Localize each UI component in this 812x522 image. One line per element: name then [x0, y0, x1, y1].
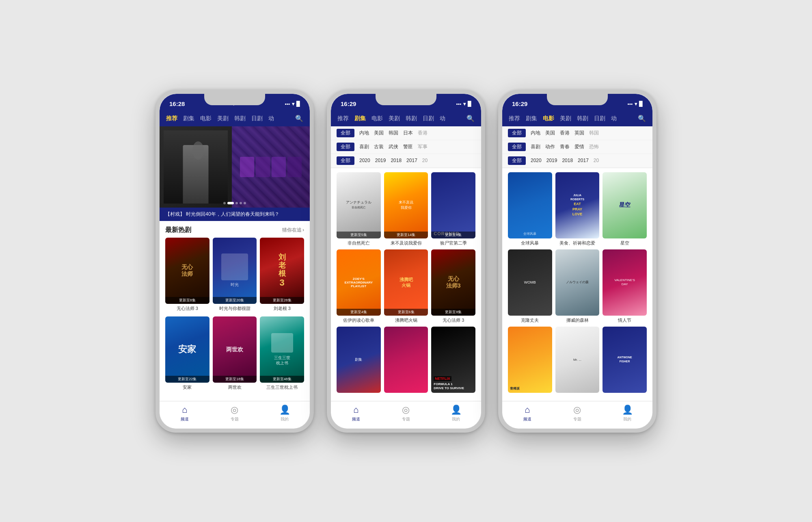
- card-zuoyi[interactable]: ZOEY'SEXTRAORDINARYPLAYLIST 更新至4集 佐伊的读心歌…: [337, 249, 381, 323]
- tab-我的-1[interactable]: 👤 我的: [260, 405, 310, 422]
- tab-专题-1[interactable]: ◎ 专题: [209, 405, 259, 422]
- tab-专题-3[interactable]: ◎ 专题: [552, 405, 602, 422]
- filter3-香港[interactable]: 香港: [560, 130, 570, 136]
- filter-more-year[interactable]: 20: [422, 158, 428, 163]
- nav-动-1[interactable]: 动: [268, 114, 274, 123]
- filter-警匪[interactable]: 警匪: [403, 143, 413, 150]
- nav-bar-2[interactable]: 推荐 剧集 电影 美剧 韩剧 日剧 动 🔍: [331, 112, 481, 126]
- card-quanqiu[interactable]: 全球风暴 全球风暴: [508, 172, 552, 246]
- search-icon-3[interactable]: 🔍: [638, 115, 646, 122]
- filter-美国[interactable]: 美国: [374, 130, 384, 136]
- nav-推荐-3[interactable]: 推荐: [509, 114, 520, 123]
- filter3-韩国[interactable]: 韩国: [589, 130, 599, 136]
- filter-tag-3-3[interactable]: 全部: [508, 156, 526, 165]
- card-wuxin[interactable]: 无心法师 更新至8集 无心法师 3: [165, 238, 209, 312]
- nav-剧集-2[interactable]: 剧集: [354, 114, 366, 123]
- nav-电影-1[interactable]: 电影: [200, 114, 212, 123]
- tab-我的-3[interactable]: 👤 我的: [603, 405, 652, 422]
- card-sansheng[interactable]: 三生三世枕上书 更新至48集 三生三世枕上书: [260, 316, 304, 390]
- nav-美剧-2[interactable]: 美剧: [389, 114, 400, 123]
- tab-频道-3[interactable]: ⌂ 频道: [502, 405, 552, 422]
- filter-tag-3-2[interactable]: 全部: [508, 143, 526, 151]
- filter3-喜剧[interactable]: 喜剧: [531, 143, 540, 150]
- card-liulaogen[interactable]: 刘老根3 更新至28集 刘老根 3: [260, 238, 304, 312]
- filter-香港[interactable]: 香港: [418, 130, 428, 136]
- nav-动-2[interactable]: 动: [440, 114, 445, 123]
- filter-武侠[interactable]: 武侠: [389, 143, 398, 150]
- filter3-恐怖[interactable]: 恐怖: [589, 143, 599, 150]
- nav-剧集-1[interactable]: 剧集: [183, 114, 194, 123]
- card-feiziransi[interactable]: アンナチュラル非自然死亡 更新至5集 非自然死亡: [337, 172, 381, 246]
- filter3-内地[interactable]: 内地: [531, 130, 540, 136]
- filter-tag-2-2[interactable]: 全部: [337, 143, 354, 151]
- card-anjia[interactable]: 安家 更新至22集 安家: [165, 316, 209, 390]
- card-r3[interactable]: NETFLIX FORMULA 1DRIVE TO SURVIVE: [431, 327, 475, 394]
- nav-日剧-2[interactable]: 日剧: [423, 114, 434, 123]
- nav-bar-3[interactable]: 推荐 剧集 电影 美剧 韩剧 日剧 动 🔍: [502, 112, 652, 126]
- tab-频道-1[interactable]: ⌂ 频道: [160, 405, 209, 422]
- card-liangshihuan[interactable]: 两世欢 更新至18集 两世欢: [213, 316, 257, 390]
- filter-日本[interactable]: 日本: [403, 130, 413, 136]
- card-meishi[interactable]: JULIAROBERTSEATPRAYLOVE 美食、祈祷和恋爱: [555, 172, 600, 246]
- filter-tag-2-1[interactable]: 全部: [337, 129, 354, 137]
- filter-tag-2-3[interactable]: 全部: [337, 156, 354, 165]
- filter3-2019[interactable]: 2019: [546, 158, 557, 163]
- filter3-青春[interactable]: 青春: [560, 143, 570, 150]
- filter-喜剧[interactable]: 喜剧: [359, 143, 369, 150]
- tab-label-频道-1: 频道: [181, 416, 189, 422]
- nav-日剧-1[interactable]: 日剧: [251, 114, 263, 123]
- filter-军事[interactable]: 军事: [418, 143, 428, 150]
- filter-2020[interactable]: 2020: [359, 158, 370, 163]
- card-mr[interactable]: Mr. ...: [555, 327, 600, 394]
- filter3-more-year[interactable]: 20: [594, 158, 599, 163]
- search-icon-2[interactable]: 🔍: [466, 115, 475, 122]
- card-qingnian[interactable]: 青稀派: [508, 327, 552, 394]
- nav-bar-1[interactable]: 推荐 剧集 电影 美剧 韩剧 日剧 动 🔍: [160, 112, 310, 126]
- search-icon-1[interactable]: 🔍: [295, 115, 303, 122]
- nav-推荐-1[interactable]: 推荐: [166, 114, 177, 123]
- filter3-英国[interactable]: 英国: [574, 130, 584, 136]
- filter3-2020[interactable]: 2020: [531, 158, 542, 163]
- filter3-爱情[interactable]: 爱情: [574, 143, 584, 150]
- card-qingren[interactable]: VALENTINE'SDAY 情人节: [603, 249, 647, 323]
- card-antwone[interactable]: ANTWONEFISHER: [603, 327, 647, 394]
- filter-内地[interactable]: 内地: [359, 130, 369, 136]
- card-laibu[interactable]: 来不及说我爱你 更新至14集 来不及说我爱你: [384, 172, 428, 246]
- badge-wuxin2: 更新至8集: [431, 309, 475, 316]
- filter-2017[interactable]: 2017: [406, 158, 417, 163]
- tab-我的-2[interactable]: 👤 我的: [431, 405, 481, 422]
- nav-韩剧-1[interactable]: 韩剧: [234, 114, 246, 123]
- tab-频道-2[interactable]: ⌂ 频道: [331, 405, 381, 422]
- filter-古装[interactable]: 古装: [374, 143, 384, 150]
- section-more-1[interactable]: 猜你在追 ›: [282, 227, 304, 234]
- filter3-2017[interactable]: 2017: [578, 158, 589, 163]
- filter-tag-3-1[interactable]: 全部: [508, 129, 526, 137]
- nav-电影-3[interactable]: 电影: [543, 114, 554, 123]
- card-yanshi[interactable]: CORONER 更新至8集 验尸官第二季: [431, 172, 475, 246]
- card-feiteng[interactable]: 沸腾吧火锅 更新至6集 沸腾吧火锅: [384, 249, 428, 323]
- filter3-2018[interactable]: 2018: [562, 158, 573, 163]
- card-r2[interactable]: [384, 327, 428, 394]
- nav-美剧-1[interactable]: 美剧: [217, 114, 229, 123]
- card-shiguang[interactable]: 时光 更新至20集 时光与你都很甜: [213, 238, 257, 312]
- card-nuowei[interactable]: ノルウェイの森 挪威的森林: [555, 249, 600, 323]
- nav-美剧-3[interactable]: 美剧: [560, 114, 571, 123]
- nav-剧集-3[interactable]: 剧集: [526, 114, 537, 123]
- nav-韩剧-3[interactable]: 韩剧: [577, 114, 588, 123]
- card-xingkong[interactable]: 星空 星空: [603, 172, 647, 246]
- tab-专题-2[interactable]: ◎ 专题: [381, 405, 431, 422]
- phone-3: 16:29 ▪▪▪ ▾ ▉ 推荐 剧集 电影 美剧 韩剧 日剧 动 🔍: [498, 90, 657, 433]
- card-r1[interactable]: 剧集: [337, 327, 381, 394]
- nav-韩剧-2[interactable]: 韩剧: [406, 114, 417, 123]
- filter-2018[interactable]: 2018: [391, 158, 402, 163]
- nav-电影-2[interactable]: 电影: [371, 114, 383, 123]
- filter3-动作[interactable]: 动作: [545, 143, 555, 150]
- filter-2019[interactable]: 2019: [375, 158, 386, 163]
- nav-动-3[interactable]: 动: [611, 114, 617, 123]
- card-wuxin2[interactable]: 无心法师3 更新至8集 无心法师 3: [431, 249, 475, 323]
- nav-推荐-2[interactable]: 推荐: [337, 114, 349, 123]
- filter3-美国[interactable]: 美国: [545, 130, 555, 136]
- card-kelong[interactable]: WOMB 克隆丈夫: [508, 249, 552, 323]
- filter-韩国[interactable]: 韩国: [389, 130, 398, 136]
- nav-日剧-3[interactable]: 日剧: [594, 114, 605, 123]
